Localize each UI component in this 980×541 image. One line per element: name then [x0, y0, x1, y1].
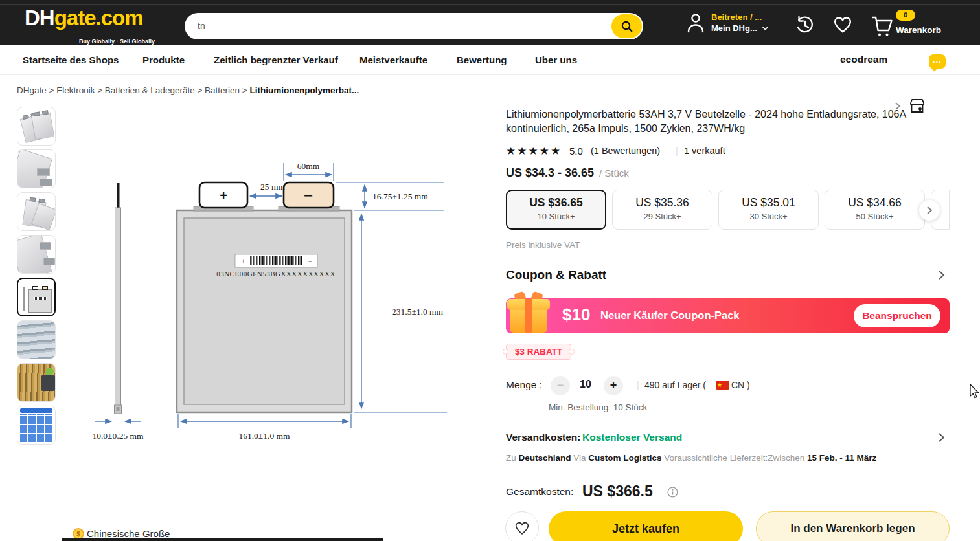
price-tier-2[interactable]: US $35.36 29 Stück+ — [612, 190, 712, 230]
price-range: US $34.3 - 36.65 — [506, 166, 594, 180]
dim-height: 231.5±1.0 mm — [392, 307, 444, 316]
claim-coupon-button[interactable]: Beanspruchen — [854, 304, 940, 327]
cart-button[interactable] — [871, 15, 895, 40]
add-to-cart-button[interactable]: In den Warenkorb legen — [756, 511, 950, 541]
svg-text:+: + — [242, 258, 245, 265]
nav-item-reviews[interactable]: Bewertung — [457, 54, 507, 65]
header-separator — [792, 17, 792, 31]
quantity-plus-button[interactable]: + — [604, 376, 623, 395]
delivery-window: 15 Feb. - 11 März — [807, 453, 876, 463]
dim-gap: 25 mm — [260, 182, 285, 192]
dhgate-logo[interactable]: DHgate.com Buy Globally · Sell Globally — [25, 7, 143, 33]
page: DHgate.com Buy Globally · Sell Globally … — [0, 0, 980, 541]
shipping-detail: Zu Deutschland Via Custom Logistics Vora… — [506, 453, 876, 463]
price-unit: / Stück — [599, 168, 629, 179]
product-image-diagram[interactable]: + − + − 03NCE00GFN53BGXXXXXXXXXX 60mm 25… — [55, 104, 470, 511]
reviews-link[interactable]: (1 Bewertungen) — [591, 146, 660, 156]
buy-now-button[interactable]: Jetzt kaufen — [549, 511, 743, 541]
gift-icon — [507, 293, 550, 334]
discount-tag[interactable]: $3 RABATT — [506, 344, 571, 360]
logo-gate: gate.com — [54, 6, 143, 30]
rating-stars: ★★★★★ — [506, 144, 562, 158]
price-tier-1[interactable]: US $36.65 10 Stück+ — [506, 190, 606, 230]
rating-value: 5.0 — [569, 146, 583, 157]
dim-tab-height: 16.75±1.25 mm — [372, 192, 428, 201]
dim-top-width: 60mm — [297, 161, 320, 171]
product-title: Lithiumionenpolymerbatterie 53AH 3,7 V B… — [506, 107, 937, 136]
ship-carrier: Custom Logistics — [588, 453, 661, 463]
dim-thickness: 10.0±0.25 mm — [92, 431, 144, 441]
store-nav: Startseite des Shops Produkte Zeitlich b… — [0, 45, 980, 75]
tier-next-button[interactable] — [919, 200, 940, 221]
coupon-chevron-icon[interactable] — [938, 270, 945, 280]
search-button[interactable] — [611, 14, 642, 38]
shipping-chevron-icon[interactable] — [938, 432, 945, 443]
tier-qty: 30 Stück+ — [719, 212, 818, 221]
shipping-label: Versandkosten: — [506, 432, 580, 443]
tier-qty: 29 Stück+ — [613, 212, 712, 221]
vat-note: Preis inklusive VAT — [506, 240, 580, 250]
stock-info: 490 auf Lager ( — [644, 380, 706, 390]
coupon-label: Neuer Käufer Coupon-Pack — [600, 309, 740, 322]
tier-price: US $34.66 — [825, 196, 924, 210]
wishlist-button[interactable] — [833, 16, 852, 36]
thumbnail-6[interactable] — [17, 320, 56, 359]
thumbnail-5-selected[interactable] — [17, 278, 56, 316]
login-link[interactable]: Beitreten / ... — [711, 12, 762, 22]
info-icon[interactable] — [667, 487, 678, 498]
thumbnail-8[interactable] — [17, 406, 56, 445]
thumbnail-2[interactable] — [17, 149, 56, 188]
heart-icon — [514, 521, 530, 535]
quantity-value[interactable]: 10 — [580, 379, 591, 390]
chat-icon: ... — [929, 55, 946, 65]
chevron-down-icon — [762, 26, 769, 31]
cart-label[interactable]: Warenkorb — [896, 25, 941, 35]
thumbnail-1[interactable] — [17, 107, 56, 146]
breadcrumb-path[interactable]: DHgate > Elektronik > Batterien & Ladege… — [17, 85, 249, 95]
nav-item-about[interactable]: Uber uns — [535, 54, 577, 65]
plus-terminal-label: + — [220, 188, 227, 203]
wishlist-heart-button[interactable] — [505, 511, 539, 541]
serial-number: 03NCE00GFN53BGXXXXXXXXXX — [216, 270, 336, 278]
tier-price: US $36.65 — [507, 196, 605, 210]
next-media-edge — [62, 538, 383, 541]
heart-icon — [833, 16, 852, 34]
side-view-body — [115, 208, 121, 407]
breadcrumb[interactable]: DHgate > Elektronik > Batterien & Ladege… — [17, 85, 359, 95]
nav-item-products[interactable]: Produkte — [142, 54, 185, 65]
min-order-note: Min. Bestellung: 10 Stück — [549, 403, 647, 412]
free-shipping-value[interactable]: Kostenloser Versand — [582, 432, 682, 443]
breadcrumb-current: Lithiumionenpolymerbat... — [249, 85, 359, 95]
my-dhgate-link[interactable]: Mein DHg... — [711, 23, 757, 34]
quantity-label: Menge : — [506, 379, 542, 391]
nav-item-flash-sale[interactable]: Zeitlich begrenzter Verkauf — [214, 54, 338, 65]
minus-terminal-label: − — [304, 186, 313, 204]
svg-text:−: − — [308, 258, 312, 265]
ship-to-country: Deutschland — [519, 453, 571, 463]
header: DHgate.com Buy Globally · Sell Globally … — [0, 0, 980, 45]
stock-country: CN ) — [731, 380, 750, 390]
cart-icon — [871, 15, 895, 38]
account-menu[interactable]: Beitreten / ... Mein DHg... — [685, 12, 769, 34]
price-tier-3[interactable]: US $35.01 30 Stück+ — [718, 190, 819, 230]
search-bar — [185, 13, 643, 39]
store-name-link[interactable]: ecodream — [840, 54, 887, 65]
thumbnail-3[interactable] — [17, 192, 56, 231]
history-button[interactable] — [795, 16, 815, 38]
nav-item-bestsellers[interactable]: Meistverkaufte — [359, 54, 427, 65]
thumbnail-4[interactable] — [17, 235, 56, 274]
cn-flag-icon: ★ — [716, 381, 729, 390]
quantity-minus-button[interactable]: − — [551, 376, 570, 395]
search-input[interactable] — [188, 14, 603, 38]
coupon-amount: $10 — [562, 305, 590, 325]
dim-width: 161.0±1.0 mm — [238, 431, 290, 441]
thumbnail-7[interactable] — [17, 363, 56, 402]
chevron-right-icon — [926, 206, 933, 215]
chat-button[interactable]: ... — [929, 54, 946, 69]
nav-item-home[interactable]: Startseite des Shops — [23, 54, 119, 65]
price-tier-4[interactable]: US $34.66 50 Stück+ — [825, 190, 925, 230]
total-label: Gesamtkosten: — [506, 486, 573, 498]
logo-dh: DH — [25, 6, 54, 30]
tier-qty: 50 Stück+ — [825, 212, 924, 221]
history-icon — [795, 16, 815, 35]
